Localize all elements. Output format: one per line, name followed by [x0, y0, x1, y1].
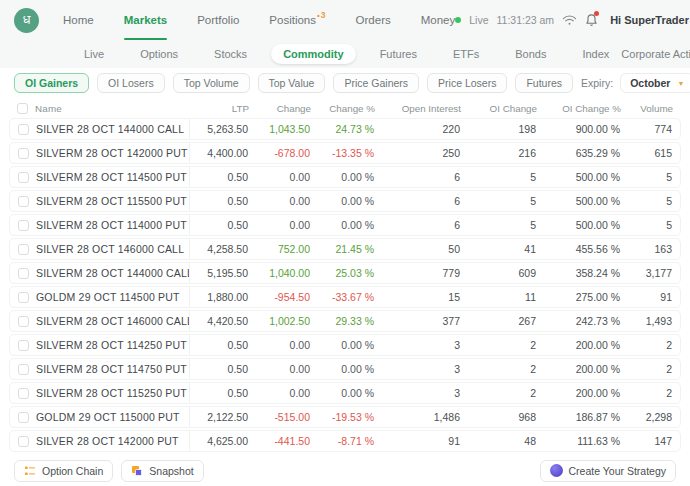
ltp-value: 0.50: [190, 195, 248, 207]
column-header-name[interactable]: Name: [35, 98, 191, 118]
filter-pill[interactable]: Price Losers: [427, 73, 507, 93]
table-row[interactable]: SILVER 28 OCT 144000 CALL 5,263.50 1,043…: [9, 118, 681, 140]
create-strategy-button[interactable]: Create Your Strategy: [540, 460, 676, 482]
row-checkbox[interactable]: [18, 268, 29, 279]
oi-change-value: 41: [460, 243, 536, 255]
row-checkbox[interactable]: [18, 340, 29, 351]
filter-pill[interactable]: OI Gainers: [14, 73, 89, 93]
row-checkbox[interactable]: [18, 316, 29, 327]
table-row[interactable]: GOLDM 29 OCT 114500 PUT 1,880.00 -954.50…: [9, 286, 681, 308]
column-header-oi-change-pct[interactable]: OI Change %: [537, 103, 621, 114]
filter-pill[interactable]: Futures: [515, 73, 573, 93]
row-checkbox[interactable]: [18, 388, 29, 399]
row-checkbox[interactable]: [18, 220, 29, 231]
segment-tab[interactable]: Live: [72, 44, 116, 64]
change-pct-value: 21.45 %: [310, 243, 374, 255]
segment-tab[interactable]: Stocks: [202, 44, 259, 64]
row-checkbox[interactable]: [18, 412, 29, 423]
row-checkbox[interactable]: [18, 244, 29, 255]
row-checkbox[interactable]: [18, 196, 29, 207]
table-row[interactable]: SILVERM 28 OCT 114500 PUT 0.50 0.00 0.00…: [9, 166, 681, 188]
table-row[interactable]: SILVERM 28 OCT 114000 PUT 0.50 0.00 0.00…: [9, 214, 681, 236]
app-logo[interactable]: ध: [14, 8, 39, 33]
open-interest-value: 3: [374, 363, 460, 375]
nav-item[interactable]: Money: [421, 0, 456, 40]
row-checkbox[interactable]: [18, 292, 29, 303]
open-interest-value: 91: [374, 435, 460, 447]
table-row[interactable]: SILVERM 28 OCT 114250 PUT 0.50 0.00 0.00…: [9, 334, 681, 356]
row-checkbox[interactable]: [18, 364, 29, 375]
column-header-change-pct[interactable]: Change %: [311, 103, 375, 114]
positions-count-badge: 3: [317, 10, 326, 20]
segment-tab-bar: LiveOptionsStocksCommodityFuturesETFsBon…: [0, 40, 690, 68]
topbar-right: Live 11:31:23 am Hi SuperTrader ध: [455, 8, 690, 33]
nav-item[interactable]: Home: [63, 0, 94, 40]
filter-pills: OI GainersOI LosersTop VolumeTop ValuePr…: [14, 73, 573, 93]
open-interest-value: 6: [374, 219, 460, 231]
open-interest-value: 1,486: [374, 411, 460, 423]
snapshot-button[interactable]: Snapshot: [121, 460, 203, 482]
segment-tab[interactable]: Options: [128, 44, 190, 64]
nav-item-label: Positions: [269, 14, 316, 26]
volume-value: 147: [620, 435, 672, 447]
row-checkbox[interactable]: [18, 148, 29, 159]
nav-item[interactable]: Markets: [124, 0, 167, 40]
tabbar-link[interactable]: Corporate Action: [621, 48, 690, 60]
table-row[interactable]: SILVERM 28 OCT 144000 CALL 5,195.50 1,04…: [9, 262, 681, 284]
oi-change-value: 198: [460, 123, 536, 135]
table-row[interactable]: SILVER 28 OCT 142000 PUT 4,625.00 -441.5…: [9, 430, 681, 452]
segment-tab[interactable]: Bonds: [503, 44, 558, 64]
oi-change-pct-value: 111.63 %: [536, 435, 620, 447]
table-row[interactable]: SILVERM 28 OCT 114750 PUT 0.50 0.00 0.00…: [9, 358, 681, 380]
filter-pill[interactable]: Top Value: [258, 73, 326, 93]
ltp-value: 2,122.50: [190, 411, 248, 423]
tabbar-right-links: Corporate ActionNewsIPOs: [621, 48, 690, 60]
live-clock: 11:31:23 am: [497, 14, 555, 26]
change-pct-value: 0.00 %: [310, 171, 374, 183]
oi-change-value: 2: [460, 339, 536, 351]
table-row[interactable]: SILVERM 28 OCT 142000 PUT 4,400.00 -678.…: [9, 142, 681, 164]
table-row[interactable]: GOLDM 29 OCT 115000 PUT 2,122.50 -515.00…: [9, 406, 681, 428]
expiry-dropdown[interactable]: October ▼: [620, 73, 690, 93]
change-pct-value: -13.35 %: [310, 147, 374, 159]
open-interest-value: 6: [374, 195, 460, 207]
table-row[interactable]: SILVERM 28 OCT 146000 CALL 4,420.50 1,00…: [9, 310, 681, 332]
nav-item[interactable]: Positions3: [269, 0, 325, 40]
select-all-checkbox[interactable]: [17, 103, 28, 114]
notifications-bell-icon[interactable]: [585, 13, 598, 27]
open-interest-value: 3: [374, 339, 460, 351]
oi-change-pct-value: 200.00 %: [536, 363, 620, 375]
contract-name: SILVERM 28 OCT 114500 PUT: [36, 167, 190, 187]
table-row[interactable]: SILVER 28 OCT 146000 CALL 4,258.50 752.0…: [9, 238, 681, 260]
network-signal-icon[interactable]: [562, 14, 577, 26]
column-header-oi-change[interactable]: OI Change: [461, 103, 537, 114]
segment-tab[interactable]: ETFs: [441, 44, 491, 64]
ltp-value: 0.50: [190, 339, 248, 351]
row-checkbox[interactable]: [18, 172, 29, 183]
ltp-value: 4,400.00: [190, 147, 248, 159]
column-header-change[interactable]: Change: [249, 103, 311, 114]
nav-item[interactable]: Portfolio: [197, 0, 239, 40]
oi-change-value: 2: [460, 363, 536, 375]
contract-name: GOLDM 29 OCT 115000 PUT: [36, 407, 190, 427]
option-chain-button[interactable]: Option Chain: [14, 460, 113, 482]
snapshot-label: Snapshot: [149, 465, 193, 477]
row-checkbox[interactable]: [18, 436, 29, 447]
filter-pill[interactable]: OI Losers: [97, 73, 165, 93]
filter-pill[interactable]: Top Volume: [173, 73, 250, 93]
table-row[interactable]: SILVERM 28 OCT 115500 PUT 0.50 0.00 0.00…: [9, 190, 681, 212]
nav-item[interactable]: Orders: [356, 0, 391, 40]
segment-tab[interactable]: Futures: [368, 44, 429, 64]
row-checkbox[interactable]: [18, 124, 29, 135]
filter-pill[interactable]: Price Gainers: [333, 73, 419, 93]
segment-tab[interactable]: Index: [570, 44, 621, 64]
oi-gainers-table: Name LTP Change Change % Open Interest O…: [0, 96, 690, 452]
ltp-value: 5,195.50: [190, 267, 248, 279]
column-header-ltp[interactable]: LTP: [191, 103, 249, 114]
tabbar-link-label: Corporate Action: [621, 48, 690, 60]
create-strategy-label: Create Your Strategy: [569, 465, 666, 477]
column-header-volume[interactable]: Volume: [621, 103, 673, 114]
table-row[interactable]: SILVERM 28 OCT 115250 PUT 0.50 0.00 0.00…: [9, 382, 681, 404]
segment-tab[interactable]: Commodity: [271, 44, 356, 64]
column-header-open-interest[interactable]: Open Interest: [375, 103, 461, 114]
